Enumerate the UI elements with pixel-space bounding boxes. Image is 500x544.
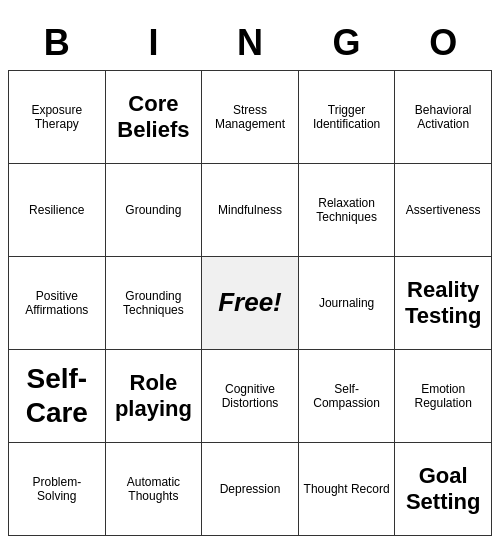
cell-r3-c1: Role playing [105,350,202,443]
cell-r1-c2: Mindfulness [202,164,299,257]
cell-r4-c0: Problem-Solving [9,443,106,536]
bingo-header [8,8,492,18]
cell-r4-c1: Automatic Thoughts [105,443,202,536]
bingo-letter-b: B [9,18,106,71]
cell-r0-c0: Exposure Therapy [9,71,106,164]
bingo-letter-g: G [298,18,395,71]
cell-r0-c2: Stress Management [202,71,299,164]
bingo-letter-i: I [105,18,202,71]
cell-r1-c3: Relaxation Techniques [298,164,395,257]
bingo-letter-o: O [395,18,492,71]
cell-r1-c1: Grounding [105,164,202,257]
cell-r4-c4: Goal Setting [395,443,492,536]
cell-r3-c2: Cognitive Distortions [202,350,299,443]
cell-r0-c3: Trigger Identification [298,71,395,164]
cell-r0-c4: Behavioral Activation [395,71,492,164]
cell-r2-c3: Journaling [298,257,395,350]
cell-r3-c4: Emotion Regulation [395,350,492,443]
cell-r1-c4: Assertiveness [395,164,492,257]
cell-r2-c0: Positive Affirmations [9,257,106,350]
cell-r3-c0: Self-Care [9,350,106,443]
cell-r3-c3: Self-Compassion [298,350,395,443]
cell-r2-c4: Reality Testing [395,257,492,350]
cell-r4-c2: Depression [202,443,299,536]
cell-r0-c1: Core Beliefs [105,71,202,164]
cell-r2-c2: Free! [202,257,299,350]
cell-r1-c0: Resilience [9,164,106,257]
bingo-letter-n: N [202,18,299,71]
cell-r2-c1: Grounding Techniques [105,257,202,350]
cell-r4-c3: Thought Record [298,443,395,536]
bingo-grid: BINGO Exposure TherapyCore BeliefsStress… [8,18,492,536]
